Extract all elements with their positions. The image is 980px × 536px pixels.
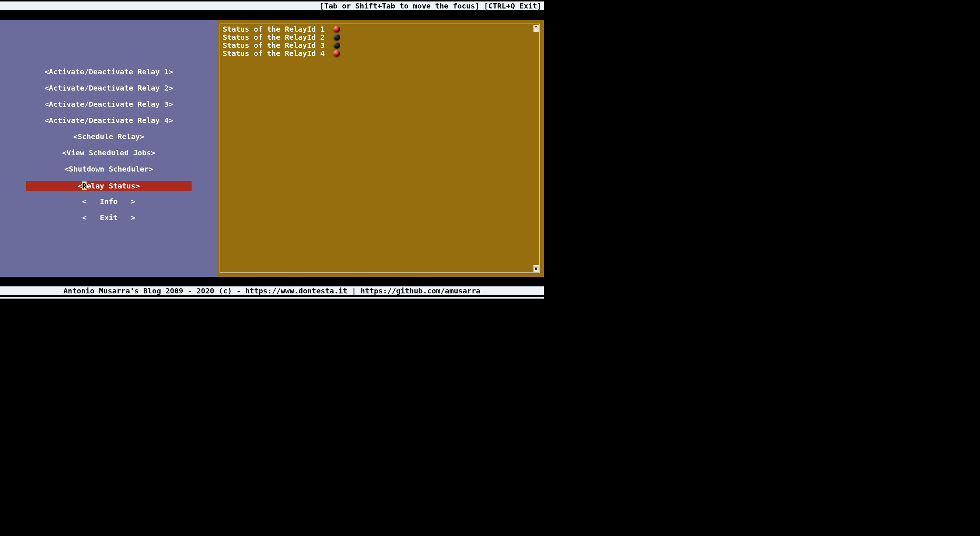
- led-off-icon: [333, 34, 340, 41]
- menu-hotkey: R: [82, 181, 87, 190]
- spacer-black-2: [0, 277, 544, 286]
- status-text: Status of the RelayId 1: [223, 25, 329, 33]
- menu-item-info[interactable]: < Info >: [26, 197, 192, 213]
- status-pane: Status of the RelayId 1 Status of the Re…: [217, 20, 544, 277]
- top-hint-bar: [Tab or Shift+Tab to move the focus] [CT…: [0, 2, 544, 10]
- menu-item-view-jobs[interactable]: <View Scheduled Jobs>: [26, 148, 192, 165]
- status-line-3: Status of the RelayId 3: [223, 41, 537, 49]
- menu-item-exit[interactable]: < Exit >: [26, 213, 192, 229]
- app-screen: [Tab or Shift+Tab to move the focus] [CT…: [0, 0, 544, 298]
- menu-item-shutdown-scheduler[interactable]: <Shutdown Scheduler>: [26, 165, 192, 181]
- menu-label-pre: <: [78, 181, 82, 190]
- spacer-black-1: [0, 10, 544, 20]
- scroll-up-button[interactable]: ^: [533, 25, 539, 32]
- menu-item-relay1[interactable]: <Activate/Deactivate Relay 1>: [26, 67, 192, 84]
- menu-list: <Activate/Deactivate Relay 1> <Activate/…: [26, 67, 192, 229]
- status-text: Status of the RelayId 2: [223, 33, 329, 41]
- bottom-thin-bar: [0, 297, 544, 298]
- footer-bar: Antonio Musarra's Blog 2009 - 2020 (c) -…: [0, 286, 544, 295]
- status-text: Status of the RelayId 3: [223, 41, 329, 50]
- menu-item-relay3[interactable]: <Activate/Deactivate Relay 3>: [26, 100, 192, 116]
- menu-item-schedule-relay[interactable]: <Schedule Relay>: [26, 132, 192, 148]
- led-off-icon: [333, 42, 340, 49]
- menu-item-relay4[interactable]: <Activate/Deactivate Relay 4>: [26, 116, 192, 132]
- menu-pane: <Activate/Deactivate Relay 1> <Activate/…: [0, 20, 217, 277]
- led-red-icon: [333, 50, 340, 57]
- status-frame: Status of the RelayId 1 Status of the Re…: [220, 24, 540, 273]
- scroll-down-button[interactable]: v: [533, 265, 539, 272]
- menu-label-post: elay Status>: [87, 181, 140, 190]
- menu-item-relay2[interactable]: <Activate/Deactivate Relay 2>: [26, 84, 192, 100]
- led-red-icon: [333, 26, 340, 32]
- status-line-1: Status of the RelayId 1: [223, 25, 537, 33]
- status-line-4: Status of the RelayId 4: [223, 49, 537, 57]
- status-line-2: Status of the RelayId 2: [223, 33, 537, 41]
- status-text: Status of the RelayId 4: [223, 49, 329, 58]
- menu-item-relay-status[interactable]: <Relay Status>: [26, 181, 192, 191]
- main-area: <Activate/Deactivate Relay 1> <Activate/…: [0, 20, 544, 277]
